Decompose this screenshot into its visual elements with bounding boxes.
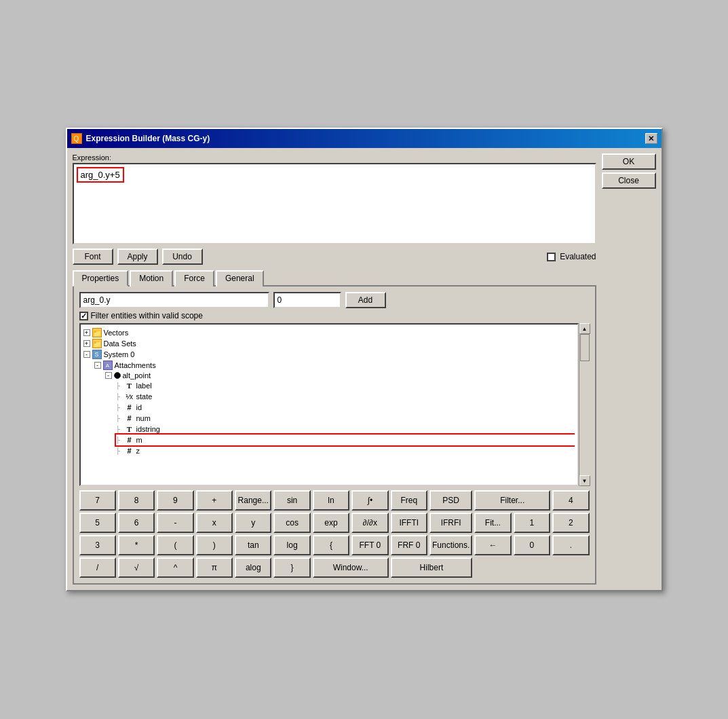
tree-item-vectors[interactable]: + 📁 Vectors (83, 327, 575, 338)
expression-builder-dialog: Q Expression Builder (Mass CG-y) ✕ Expre… (66, 128, 663, 591)
tree-item-id[interactable]: ├ # id (116, 402, 575, 413)
property-field2[interactable] (273, 292, 341, 308)
numpad-5[interactable]: 5 (79, 513, 116, 533)
close-button[interactable]: Close (602, 172, 656, 189)
numpad-filter[interactable]: Filter... (474, 490, 550, 511)
expand-vectors[interactable]: + (83, 329, 90, 336)
numpad-ddx[interactable]: ∂/∂x (351, 513, 388, 533)
window-close-button[interactable]: ✕ (645, 133, 657, 144)
scroll-up-btn[interactable]: ▲ (579, 323, 590, 334)
numpad-0[interactable]: 0 (514, 535, 550, 555)
tree-connector-num: ├ (116, 415, 123, 422)
circle-icon-altpoint (114, 372, 121, 379)
tree-label-attachments: Attachments (115, 361, 156, 369)
numpad-rbrace[interactable]: } (273, 557, 310, 578)
scrollbar-thumb[interactable] (580, 334, 590, 361)
numpad-range[interactable]: Range... (235, 490, 271, 511)
numpad-plus[interactable]: + (196, 490, 233, 511)
numpad-backspace[interactable]: ← (474, 535, 511, 555)
numpad-alog[interactable]: alog (235, 557, 271, 578)
add-button[interactable]: Add (345, 292, 386, 308)
font-button[interactable]: Font (73, 248, 113, 265)
property-field1[interactable] (79, 292, 269, 308)
numpad-hilbert[interactable]: Hilbert (391, 557, 473, 578)
tabs-container: Properties Motion Force General (73, 269, 596, 585)
numpad-lparen[interactable]: ( (157, 535, 193, 555)
numpad-multiply[interactable]: * (118, 535, 155, 555)
tree-item-idstring[interactable]: ├ T idstring (116, 424, 575, 435)
evaluated-checkbox[interactable] (547, 253, 556, 261)
numpad-sqrt[interactable]: √ (118, 557, 155, 578)
tree-connector-state: ├ (116, 393, 123, 400)
tab-properties[interactable]: Properties (73, 270, 129, 287)
tree-connector: ├ (116, 382, 123, 389)
numpad-psd[interactable]: PSD (429, 490, 472, 511)
numpad-fit[interactable]: Fit... (474, 513, 511, 533)
numpad-functions[interactable]: Functions. (429, 535, 472, 555)
numpad-1[interactable]: 1 (514, 513, 550, 533)
numpad-fft0[interactable]: FFT 0 (351, 535, 388, 555)
numpad-7[interactable]: 7 (79, 490, 116, 511)
expand-system0[interactable]: - (83, 351, 90, 358)
numpad-cos[interactable]: cos (273, 513, 310, 533)
numpad-8[interactable]: 8 (118, 490, 155, 511)
numpad-9[interactable]: 9 (157, 490, 193, 511)
numpad-lbrace[interactable]: { (313, 535, 349, 555)
numpad-minus[interactable]: - (157, 513, 193, 533)
numpad-pi[interactable]: π (196, 557, 233, 578)
tab-general[interactable]: General (216, 270, 264, 287)
tree-connector-idstring: ├ (116, 426, 123, 432)
numpad-exp[interactable]: exp (313, 513, 349, 533)
ok-button[interactable]: OK (602, 153, 656, 170)
numpad-tan[interactable]: tan (235, 535, 271, 555)
tree-item-label[interactable]: ├ T label (116, 380, 575, 391)
tab-motion[interactable]: Motion (130, 270, 173, 287)
numpad-ifrfi[interactable]: IFRFI (429, 513, 472, 533)
expand-altpoint[interactable]: - (105, 372, 112, 379)
tree-item-datasets[interactable]: + 📁 Data Sets (83, 338, 575, 349)
tree-item-altpoint[interactable]: - alt_point (105, 371, 575, 380)
numpad-y[interactable]: y (235, 513, 271, 533)
numpad-4[interactable]: 4 (552, 490, 589, 511)
numpad-x[interactable]: x (196, 513, 233, 533)
tree-item-system0[interactable]: - S System 0 (83, 349, 575, 360)
tree-label-label: label (136, 382, 152, 390)
undo-button[interactable]: Undo (162, 248, 203, 265)
numpad-ln[interactable]: ln (313, 490, 349, 511)
tree-item-m[interactable]: ├ # m (116, 435, 575, 445)
numpad-log[interactable]: log (273, 535, 310, 555)
tree-section: + 📁 Vectors + 📁 Data Sets (79, 323, 590, 486)
expression-area[interactable]: arg_0.y+5 (73, 163, 596, 244)
numpad-2[interactable]: 2 (552, 513, 589, 533)
tree-connector-z: ├ (116, 447, 123, 454)
tree-item-z[interactable]: ├ # z (116, 445, 575, 456)
numpad-frf0[interactable]: FRF 0 (391, 535, 427, 555)
numpad-3[interactable]: 3 (79, 535, 116, 555)
numpad-window[interactable]: Window... (313, 557, 389, 578)
numpad-6[interactable]: 6 (118, 513, 155, 533)
numpad-rparen[interactable]: ) (196, 535, 233, 555)
numpad-divide[interactable]: / (79, 557, 116, 578)
numpad-freq[interactable]: Freq (391, 490, 427, 511)
tree-item-num[interactable]: ├ # num (116, 413, 575, 424)
frac-icon-state: ⅟x (125, 392, 134, 401)
tree-view[interactable]: + 📁 Vectors + 📁 Data Sets (79, 323, 579, 486)
numpad-sin[interactable]: sin (273, 490, 310, 511)
numpad-iffti[interactable]: IFFTI (391, 513, 427, 533)
tree-item-attachments[interactable]: - A Attachments (94, 360, 575, 371)
tree-scrollbar[interactable]: ▲ ▼ (579, 323, 590, 486)
expression-value[interactable]: arg_0.y+5 (77, 167, 124, 183)
apply-button[interactable]: Apply (117, 248, 158, 265)
folder-icon-datasets: 📁 (92, 339, 102, 348)
numpad-dot[interactable]: . (552, 535, 589, 555)
tab-force[interactable]: Force (174, 270, 214, 287)
expand-datasets[interactable]: + (83, 340, 90, 347)
numpad-caret[interactable]: ^ (157, 557, 193, 578)
scroll-down-btn[interactable]: ▼ (579, 475, 590, 486)
filter-checkbox[interactable]: ✓ (79, 312, 88, 320)
hash-icon-z: # (125, 446, 134, 456)
tree-item-state[interactable]: ├ ⅟x state (116, 391, 575, 402)
evaluated-section: Evaluated (547, 252, 596, 261)
expand-attachments[interactable]: - (94, 362, 101, 369)
numpad-integral[interactable]: ∫• (351, 490, 388, 511)
